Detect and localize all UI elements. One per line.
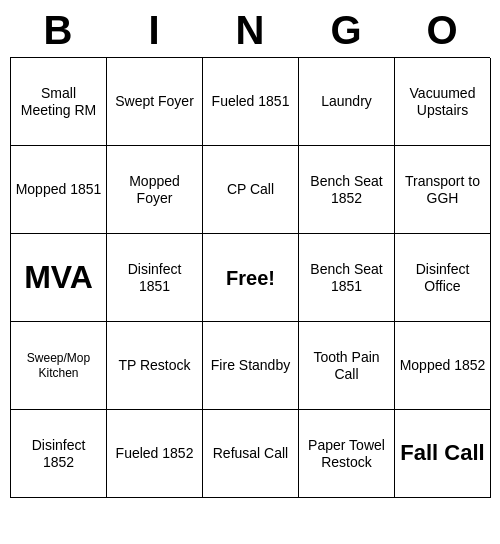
bingo-cell-10: MVA [11,234,107,322]
bingo-cell-15: Sweep/Mop Kitchen [11,322,107,410]
bingo-cell-14: Disinfect Office [395,234,491,322]
title-letter-i: I [124,8,184,53]
bingo-cell-8: Bench Seat 1852 [299,146,395,234]
bingo-cell-1: Swept Foyer [107,58,203,146]
bingo-grid: Small Meeting RMSwept FoyerFueled 1851La… [10,57,490,498]
bingo-cell-7: CP Call [203,146,299,234]
bingo-title: B I N G O [10,0,490,57]
bingo-cell-17: Fire Standby [203,322,299,410]
title-letter-g: G [316,8,376,53]
bingo-cell-3: Laundry [299,58,395,146]
bingo-cell-13: Bench Seat 1851 [299,234,395,322]
bingo-cell-6: Mopped Foyer [107,146,203,234]
bingo-cell-11: Disinfect 1851 [107,234,203,322]
bingo-cell-23: Paper Towel Restock [299,410,395,498]
bingo-cell-21: Fueled 1852 [107,410,203,498]
bingo-cell-0: Small Meeting RM [11,58,107,146]
bingo-cell-2: Fueled 1851 [203,58,299,146]
bingo-cell-4: Vacuumed Upstairs [395,58,491,146]
bingo-cell-24: Fall Call [395,410,491,498]
bingo-cell-5: Mopped 1851 [11,146,107,234]
title-letter-b: B [28,8,88,53]
bingo-cell-9: Transport to GGH [395,146,491,234]
bingo-cell-16: TP Restock [107,322,203,410]
title-letter-o: O [412,8,472,53]
bingo-cell-18: Tooth Pain Call [299,322,395,410]
title-letter-n: N [220,8,280,53]
bingo-cell-12: Free! [203,234,299,322]
bingo-cell-20: Disinfect 1852 [11,410,107,498]
bingo-cell-22: Refusal Call [203,410,299,498]
bingo-cell-19: Mopped 1852 [395,322,491,410]
